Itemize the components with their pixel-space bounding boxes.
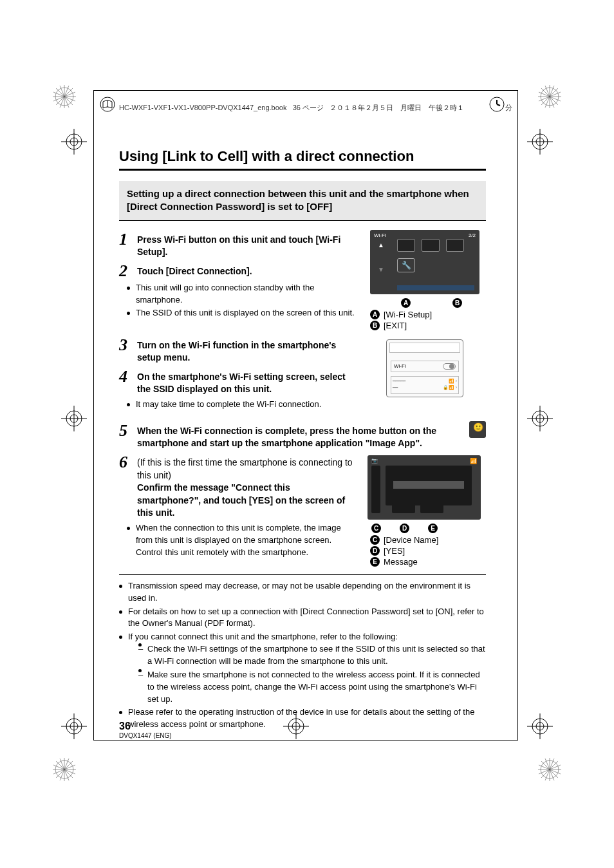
phone-wifi-label: Wi-Fi	[394, 363, 406, 369]
radial-mark-icon	[51, 757, 77, 784]
book-icon	[100, 97, 115, 112]
step-6-intro: (If this is the first time the smartphon…	[137, 457, 353, 480]
registration-mark-icon	[61, 713, 87, 739]
page-title: Using [Link to Cell] with a direct conne…	[119, 148, 486, 165]
screen2-message-bar	[393, 481, 464, 489]
registration-mark-icon	[61, 406, 87, 431]
smartphone-wifi-screen: Wi-Fi ━━━━━📶 › ━━🔒📶 ›	[386, 339, 463, 397]
screen-page-indicator: 2/2	[469, 232, 476, 238]
callout-a-icon: A	[370, 310, 380, 319]
registration-mark-icon	[527, 129, 553, 155]
registration-mark-icon	[527, 713, 553, 739]
registration-mark-icon	[61, 129, 87, 155]
step-number-1: 1	[119, 230, 137, 248]
step-number-2: 2	[119, 261, 137, 279]
wifi-icon: 📶	[470, 458, 477, 464]
label-b-text: [EXIT]	[384, 321, 407, 330]
screen-tile-icon	[446, 239, 464, 252]
step-6-main: Confirm the message "Connect this smartp…	[137, 482, 345, 518]
header-suffix: 分	[505, 103, 512, 113]
note-item: Please refer to the operating instructio…	[119, 706, 486, 731]
step-4-bullet: It may take time to complete the Wi-Fi c…	[127, 399, 356, 411]
step-4-text: On the smartphone's Wi-Fi setting screen…	[137, 367, 356, 396]
document-code: DVQX1447 (ENG)	[119, 732, 172, 739]
phone-status-bar	[389, 343, 460, 353]
screen2-no-button	[420, 503, 443, 513]
callout-c-icon: C	[371, 524, 381, 533]
header-page-text: 36 ページ	[293, 104, 324, 111]
screen2-top-icon: 📷	[371, 458, 378, 464]
step-2-bullet: This unit will go into connection standb…	[127, 282, 356, 307]
clock-icon	[489, 97, 505, 112]
callout-a-icon: A	[401, 298, 411, 308]
callout-d-icon: D	[400, 524, 409, 533]
page-number: 36	[119, 721, 172, 732]
label-c-text: [Device Name]	[384, 535, 438, 545]
note-3-text: If you cannot connect this unit and the …	[128, 632, 398, 641]
device-screen-confirm: 📷 📶	[367, 455, 481, 520]
step-5-text: When the Wi-Fi connection is complete, p…	[137, 421, 459, 450]
note-item: For details on how to set up a connectio…	[119, 606, 486, 630]
radial-mark-icon	[51, 84, 77, 111]
callout-d-icon: D	[370, 546, 380, 556]
note-sub-item: Check the Wi-Fi settings of the smartpho…	[138, 643, 486, 668]
page-content: Using [Link to Cell] with a direct conne…	[119, 148, 486, 737]
image-app-icon	[469, 421, 486, 438]
phone-network-list: ━━━━━📶 › ━━🔒📶 ›	[391, 376, 459, 394]
header-filename: HC-WXF1-VXF1-VX1-V800PP-DVQX1447_eng.boo…	[119, 103, 464, 113]
callout-e-icon: E	[370, 557, 380, 567]
callout-c-icon: C	[370, 535, 380, 545]
header-date-text: ２０１８年２月５日 月曜日 午後２時１	[330, 104, 464, 111]
step-number-4: 4	[119, 367, 137, 385]
note-sub-item: Make sure the smartphone is not connecte…	[138, 669, 486, 706]
step-number-5: 5	[119, 421, 137, 450]
screen-wifi-label: Wi-Fi	[374, 232, 386, 238]
note-item: If you cannot connect this unit and the …	[119, 631, 486, 705]
title-rule	[119, 169, 486, 171]
divider	[119, 574, 486, 575]
svg-line-67	[497, 104, 500, 106]
device-screen-wifi-setup: Wi-Fi 2/2 ▲ ▼ 🔧	[370, 230, 479, 294]
step-1-text: Press Wi-Fi button on this unit and touc…	[137, 230, 356, 259]
step-2-bullet: The SSID of this unit is displayed on th…	[127, 307, 356, 319]
radial-mark-icon	[537, 84, 563, 111]
section-subheading: Setting up a direct connection between t…	[119, 181, 486, 221]
wrench-icon: 🔧	[397, 258, 415, 272]
screen-bottom-bar	[397, 285, 464, 290]
screen2-yes-button	[392, 503, 415, 513]
callout-b-icon: B	[370, 321, 380, 330]
label-e-text: Message	[384, 557, 418, 567]
toggle-icon	[443, 363, 456, 370]
callout-b-icon: B	[452, 298, 462, 308]
note-item: Transmission speed may decrease, or may …	[119, 580, 486, 605]
phone-wifi-toggle-row: Wi-Fi	[391, 361, 459, 372]
step-6-bullet: When the connection to this unit is comp…	[127, 522, 356, 559]
arrow-down-icon: ▼	[378, 266, 384, 273]
label-d-text: [YES]	[384, 546, 405, 556]
step-2-text: Touch [Direct Connection].	[137, 261, 252, 278]
screen-exit-bar	[463, 285, 474, 290]
page-footer: 36 DVQX1447 (ENG)	[119, 721, 172, 739]
registration-mark-icon	[527, 406, 553, 431]
radial-mark-icon	[537, 757, 563, 784]
arrow-up-icon: ▲	[378, 241, 384, 249]
screen-tile-icon	[397, 239, 415, 252]
step-number-3: 3	[119, 335, 137, 354]
step-number-6: 6	[119, 453, 137, 471]
callout-e-icon: E	[428, 524, 438, 533]
header-file-text: HC-WXF1-VXF1-VX1-V800PP-DVQX1447_eng.boo…	[119, 104, 286, 111]
label-a-text: [Wi-Fi Setup]	[384, 310, 432, 319]
screen2-sidebar	[371, 466, 380, 513]
screen-tile-icon	[422, 239, 440, 252]
step-3-text: Turn on the Wi-Fi function in the smartp…	[137, 335, 356, 364]
